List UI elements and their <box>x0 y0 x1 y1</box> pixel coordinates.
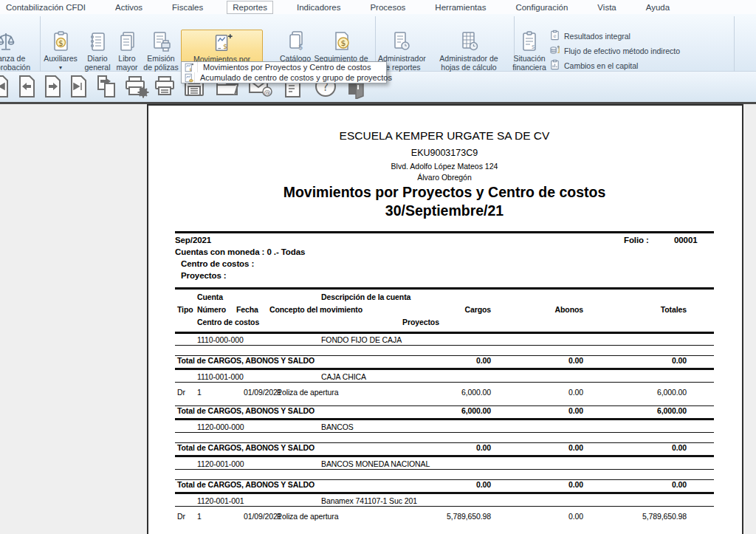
total-row: Total de CARGOS, ABONOS Y SALDO6,000.000… <box>175 405 714 420</box>
tab-fiscales[interactable]: Fiscales <box>167 1 208 13</box>
diario-general-button[interactable]: Diario general <box>81 30 114 72</box>
account-number: 1120-001-001 <box>197 496 244 505</box>
auxiliares-button[interactable]: $ Auxiliares ▾ <box>41 30 80 72</box>
total-row: Total de CARGOS, ABONOS Y SALDO0.000.000… <box>175 355 714 370</box>
total-totales: 0.00 <box>598 480 687 489</box>
print-setup-icon[interactable] <box>123 74 148 99</box>
total-totales: 6,000.00 <box>598 406 687 415</box>
tab-vista[interactable]: Vista <box>592 1 621 13</box>
prev-page-icon[interactable] <box>15 74 40 99</box>
report-page: ESCUELA KEMPER URGATE SA DE CV EKU900317… <box>147 104 743 534</box>
flujo-efectivo-button[interactable]: Flujo de efectivo método indirecto <box>549 44 680 58</box>
report-section: 1120-001-000BANCOS MONEDA NACIONALTotal … <box>175 459 714 494</box>
account-name: Banamex 741107-1 Suc 201 <box>321 496 417 505</box>
rule <box>175 332 714 334</box>
account-row: 1110-000-000FONDO FIJO DE CAJA <box>175 335 714 346</box>
total-totales: 0.00 <box>598 443 687 452</box>
first-page-icon[interactable] <box>0 74 13 99</box>
rule <box>175 287 714 290</box>
tab-ayuda[interactable]: Ayuda <box>641 1 675 13</box>
report-section: 1120-001-001Banamex 741107-1 Suc 201Dr10… <box>175 496 714 521</box>
chart-coins-icon <box>184 72 195 83</box>
total-abonos: 0.00 <box>495 443 583 452</box>
mv-totales: 6,000.00 <box>598 388 687 397</box>
filter-centro: Centro de costos : <box>181 259 254 268</box>
chart-dollar-plus-icon: $ <box>182 32 262 55</box>
spreadsheet-admin-icon <box>428 30 509 55</box>
mv-fecha: 01/09/2021 <box>244 512 282 521</box>
account-number: 1110-000-000 <box>197 335 244 344</box>
folio-label: Folio : <box>624 236 649 244</box>
total-cargos: 6,000.00 <box>402 406 491 415</box>
movimientos-dropdown-menu: $ Movimientos por Proyectos y Centro de … <box>181 61 387 83</box>
administrador-hojas-button[interactable]: Administrador de hojas de cálculo <box>428 30 509 72</box>
svg-text:$: $ <box>189 66 191 71</box>
account-row: 1120-000-000BANCOS <box>175 422 714 433</box>
account-name: CAJA CHICA <box>321 372 366 381</box>
mv-abonos: 0.00 <box>495 388 583 397</box>
clipboard-dollar-icon: $ <box>41 30 80 55</box>
col-cuenta: Cuenta <box>197 292 223 301</box>
col-numero: Número <box>197 305 226 314</box>
last-page-icon[interactable] <box>66 74 92 99</box>
mv-numero: 1 <box>197 512 202 521</box>
account-row: 1120-001-000BANCOS MONEDA NACIONAL <box>175 459 714 470</box>
account-number: 1120-001-000 <box>197 459 244 468</box>
col-cargos: Cargos <box>402 305 491 314</box>
situacion-financiera-button[interactable]: s Situación financiera <box>511 30 548 72</box>
account-row: 1120-001-001Banamex 741107-1 Suc 201 <box>175 496 714 507</box>
col-totales: Totales <box>598 305 687 314</box>
libro-mayor-button[interactable]: Libro mayor <box>112 30 142 72</box>
report-period: Sep/2021 <box>175 236 211 244</box>
menu-bar: Contabilización CFDI Activos Fiscales Re… <box>0 0 756 14</box>
tab-indicadores[interactable]: Indicadores <box>292 1 346 13</box>
svg-text:$: $ <box>298 43 303 51</box>
report-title: Movimientos por Proyectos y Centro de co… <box>175 184 714 201</box>
mv-tipo: Dr <box>177 388 185 397</box>
cambios-capital-button[interactable]: Cambios en el capital <box>549 59 638 72</box>
report-table-body: 1110-000-000FONDO FIJO DE CAJATotal de C… <box>175 335 714 524</box>
app-window: Contabilización CFDI Activos Fiscales Re… <box>0 0 756 534</box>
movement-row: Dr101/09/2021Poliza de apertura6,000.000… <box>175 388 714 397</box>
tab-contabilizacion-cfdi[interactable]: Contabilización CFDI <box>1 1 91 13</box>
total-cargos: 0.00 <box>402 443 491 452</box>
tab-herramientas[interactable]: Herramientas <box>430 1 491 13</box>
tab-activos[interactable]: Activos <box>110 1 148 13</box>
menu-item-acumulado-centros[interactable]: Acumulado de centro de costos y grupo de… <box>182 72 386 83</box>
cash-flow-coins-icon <box>549 44 560 58</box>
col-concepto: Concepto del movimiento <box>269 305 362 314</box>
mv-numero: 1 <box>197 388 202 397</box>
svg-text:$: $ <box>58 39 63 47</box>
mv-totales: 5,789,650.98 <box>598 512 687 521</box>
mv-fecha: 01/09/2021 <box>244 388 282 397</box>
tab-configuracion[interactable]: Configuración <box>510 1 573 13</box>
mv-concepto: Poliza de apertura <box>277 388 338 397</box>
accounts-catalog-icon: $ <box>275 30 316 55</box>
account-number: 1110-001-000 <box>197 372 244 381</box>
tab-reportes[interactable]: Reportes <box>227 1 272 13</box>
mv-cargos: 6,000.00 <box>402 388 491 397</box>
col-fecha: Fecha <box>236 305 258 314</box>
total-abonos: 0.00 <box>495 406 583 415</box>
resultados-integral-button[interactable]: e Resultados integral <box>549 30 630 43</box>
tab-procesos[interactable]: Procesos <box>365 1 410 13</box>
movement-row: Dr101/09/2021Poliza de apertura5,789,650… <box>175 512 714 521</box>
total-cargos: 0.00 <box>402 356 491 365</box>
emision-polizas-button[interactable]: Emisión de pólizas <box>142 30 180 72</box>
report-admin-icon <box>378 30 424 55</box>
total-abonos: 0.00 <box>495 356 583 365</box>
mv-concepto: Poliza de apertura <box>277 512 338 521</box>
print-icon[interactable] <box>152 74 177 99</box>
company-rfc: EKU9003173C9 <box>175 148 714 158</box>
report-preview-pane: ESCUELA KEMPER URGATE SA DE CV EKU900317… <box>0 104 756 534</box>
company-name: ESCUELA KEMPER URGATE SA DE CV <box>175 129 714 143</box>
report-date: 30/Septiembre/21 <box>175 202 714 219</box>
go-to-page-icon[interactable] <box>94 74 120 99</box>
menu-item-movimientos-proyectos[interactable]: $ Movimientos por Proyectos y Centro de … <box>182 62 386 72</box>
svg-text:$: $ <box>341 38 346 48</box>
next-page-icon[interactable] <box>41 74 66 99</box>
account-number: 1120-000-000 <box>197 422 244 431</box>
company-address-2: Álvaro Obregón <box>175 173 714 182</box>
svg-text:e: e <box>553 33 556 39</box>
report-section: 1120-000-000BANCOSTotal de CARGOS, ABONO… <box>175 422 714 457</box>
